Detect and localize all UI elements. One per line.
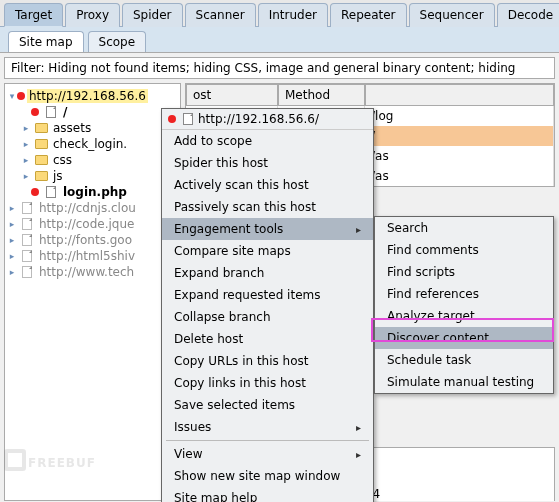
submenu-item-discover-content[interactable]: Discover content (375, 327, 553, 349)
tree-item[interactable]: ▸check_login. (7, 136, 178, 152)
menu-item-compare-site-maps[interactable]: Compare site maps (162, 240, 373, 262)
tree-host-gray[interactable]: ▸http://cdnjs.clou (7, 200, 178, 216)
menu-item-label: Copy URLs in this host (174, 354, 309, 368)
main-tab-decode[interactable]: Decode (497, 3, 559, 27)
menu-item-expand-branch[interactable]: Expand branch (162, 262, 373, 284)
col-url[interactable] (365, 84, 554, 106)
menu-item-site-map-help[interactable]: Site map help (162, 487, 373, 502)
file-icon (44, 186, 58, 198)
file-icon (20, 250, 34, 262)
menu-separator (166, 440, 369, 441)
tree-root-label[interactable]: http://192.168.56.6 (27, 89, 148, 103)
menu-item-actively-scan-this-host[interactable]: Actively scan this host (162, 174, 373, 196)
menu-item-view[interactable]: View▸ (162, 443, 373, 465)
sub-tab-site-map[interactable]: Site map (8, 31, 84, 52)
tree-host-gray[interactable]: ▸http://www.tech (7, 264, 178, 280)
menu-item-copy-links-in-this-host[interactable]: Copy links in this host (162, 372, 373, 394)
tree-item[interactable]: ▸assets (7, 120, 178, 136)
tree-item[interactable]: login.php (7, 184, 178, 200)
submenu-item-search[interactable]: Search (375, 217, 553, 239)
cell-url: /as (365, 166, 554, 186)
menu-item-label: Expand requested items (174, 288, 320, 302)
chevron-right-icon: ▸ (356, 224, 361, 235)
menu-item-delete-host[interactable]: Delete host (162, 328, 373, 350)
sub-tab-scope[interactable]: Scope (88, 31, 147, 52)
tree-toggle-icon[interactable]: ▸ (7, 203, 17, 213)
table-header: ost Method (186, 84, 554, 106)
col-host[interactable]: ost (186, 84, 278, 106)
menu-item-passively-scan-this-host[interactable]: Passively scan this host (162, 196, 373, 218)
submenu-item-schedule-task[interactable]: Schedule task (375, 349, 553, 371)
site-tree: ▾ http://192.168.56.6 /▸assets▸check_log… (4, 83, 181, 501)
tree-host-gray[interactable]: ▸http://code.jque (7, 216, 178, 232)
file-icon (20, 266, 34, 278)
main-tab-spider[interactable]: Spider (122, 3, 183, 27)
tree-toggle-icon[interactable]: ▸ (21, 139, 31, 149)
main-tab-proxy[interactable]: Proxy (65, 3, 120, 27)
menu-item-add-to-scope[interactable]: Add to scope (162, 130, 373, 152)
main-tab-target[interactable]: Target (4, 3, 63, 27)
watermark: FREEBUF (4, 443, 96, 474)
submenu-item-find-comments[interactable]: Find comments (375, 239, 553, 261)
menu-item-label: Issues (174, 420, 211, 434)
tree-toggle-icon[interactable]: ▸ (7, 267, 17, 277)
menu-item-label: Add to scope (174, 134, 252, 148)
folder-icon (34, 122, 48, 134)
tree-toggle-icon[interactable]: ▸ (7, 219, 17, 229)
tree-item[interactable]: / (7, 104, 178, 120)
status-dot-icon (168, 115, 176, 123)
main-tab-intruder[interactable]: Intruder (258, 3, 328, 27)
tree-toggle-icon[interactable]: ▸ (21, 155, 31, 165)
menu-item-issues[interactable]: Issues▸ (162, 416, 373, 438)
submenu-item-simulate-manual-testing[interactable]: Simulate manual testing (375, 371, 553, 393)
cell-url: / (365, 126, 554, 146)
tree-toggle-icon[interactable]: ▸ (7, 235, 17, 245)
menu-item-copy-urls-in-this-host[interactable]: Copy URLs in this host (162, 350, 373, 372)
tree-label: check_login. (51, 137, 129, 151)
menu-item-engagement-tools[interactable]: Engagement tools▸ (162, 218, 373, 240)
folder-icon (34, 138, 48, 150)
menu-item-label: View (174, 447, 202, 461)
menu-item-spider-this-host[interactable]: Spider this host (162, 152, 373, 174)
submenu-item-analyze-target[interactable]: Analyze target (375, 305, 553, 327)
menu-item-label: Compare site maps (174, 244, 291, 258)
menu-item-label: Passively scan this host (174, 200, 316, 214)
menu-item-label: Site map help (174, 491, 257, 502)
main-tab-repeater[interactable]: Repeater (330, 3, 407, 27)
status-dot-icon (31, 188, 39, 196)
tree-toggle-icon[interactable]: ▾ (7, 91, 17, 101)
tree-label: http://www.tech (37, 265, 136, 279)
col-method[interactable]: Method (278, 84, 365, 106)
main-tab-scanner[interactable]: Scanner (185, 3, 256, 27)
submenu-item-find-scripts[interactable]: Find scripts (375, 261, 553, 283)
tree-root[interactable]: ▾ http://192.168.56.6 (7, 88, 178, 104)
tree-toggle-icon[interactable]: ▸ (7, 251, 17, 261)
file-icon (20, 234, 34, 246)
tree-host-gray[interactable]: ▸http://fonts.goo (7, 232, 178, 248)
tree-host-gray[interactable]: ▸http://html5shiv (7, 248, 178, 264)
status-dot-icon (31, 108, 39, 116)
tree-label: assets (51, 121, 93, 135)
tree-label: login.php (61, 185, 129, 199)
filter-bar[interactable]: Filter: Hiding not found items; hiding C… (4, 57, 555, 79)
main-tab-sequencer[interactable]: Sequencer (409, 3, 495, 27)
cell-url: /as (365, 146, 554, 166)
sub-tab-bar: Site mapScope (0, 27, 559, 53)
tree-label: / (61, 105, 69, 119)
tree-toggle-icon[interactable]: ▸ (21, 123, 31, 133)
main-tab-bar: TargetProxySpiderScannerIntruderRepeater… (0, 0, 559, 27)
menu-item-collapse-branch[interactable]: Collapse branch (162, 306, 373, 328)
menu-item-label: Show new site map window (174, 469, 340, 483)
cell-url: /log (365, 106, 554, 126)
context-menu: http://192.168.56.6/ Add to scopeSpider … (161, 108, 374, 502)
menu-item-label: Copy links in this host (174, 376, 306, 390)
tree-label: http://cdnjs.clou (37, 201, 138, 215)
menu-item-show-new-site-map-window[interactable]: Show new site map window (162, 465, 373, 487)
tree-item[interactable]: ▸css (7, 152, 178, 168)
menu-item-label: Expand branch (174, 266, 264, 280)
submenu-item-find-references[interactable]: Find references (375, 283, 553, 305)
tree-item[interactable]: ▸js (7, 168, 178, 184)
menu-item-save-selected-items[interactable]: Save selected items (162, 394, 373, 416)
tree-toggle-icon[interactable]: ▸ (21, 171, 31, 181)
menu-item-expand-requested-items[interactable]: Expand requested items (162, 284, 373, 306)
